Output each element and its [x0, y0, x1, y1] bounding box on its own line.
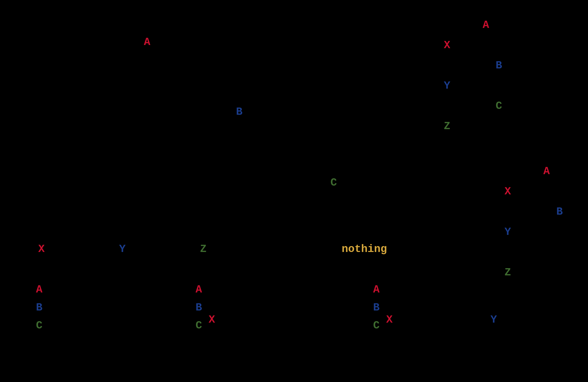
- tree-node-b: B: [236, 106, 243, 118]
- tree-leaf-x: X: [38, 243, 45, 255]
- cond-a-b: A: [543, 165, 550, 177]
- svg-line-1: [157, 55, 236, 109]
- legend2-b: B: [196, 301, 202, 314]
- cond-c: C: [496, 100, 502, 112]
- legend2-a: A: [196, 283, 202, 296]
- legend3-x: X: [386, 314, 393, 326]
- kw-else: else:: [420, 234, 453, 246]
- legend3-b: B: [373, 301, 380, 314]
- legend3-a: A: [373, 283, 380, 296]
- colon-3: :: [502, 100, 509, 112]
- act-z: Z: [444, 120, 450, 132]
- svg-line-0: [45, 55, 148, 237]
- svg-line-5: [342, 196, 371, 237]
- legend3-c: C: [373, 319, 380, 332]
- colon-2b: :: [563, 206, 569, 218]
- act-z-b: Z: [504, 266, 511, 278]
- legend1-b: B: [36, 301, 42, 314]
- svg-line-2: [126, 125, 238, 237]
- do-2b: do: [459, 226, 504, 238]
- tree-leaf-nothing: nothing: [342, 243, 387, 255]
- legend3-y: Y: [490, 314, 497, 326]
- tree-leaf-y: Y: [119, 243, 126, 255]
- svg-line-4: [207, 196, 333, 237]
- legend2-c: C: [196, 319, 202, 332]
- tree-leaf-z: Z: [200, 243, 207, 255]
- cond-a: A: [483, 19, 489, 31]
- legend2-x: X: [209, 314, 215, 326]
- legend3-and: and not: [432, 314, 490, 326]
- cond-b-b: B: [556, 206, 563, 218]
- colon-2: :: [502, 59, 509, 71]
- act-y-b: Y: [504, 226, 511, 238]
- svg-line-3: [247, 125, 330, 179]
- cond-b: B: [496, 59, 502, 71]
- do-3: do: [399, 120, 444, 132]
- colon-1b: :: [550, 165, 556, 177]
- legend1-c: C: [36, 319, 42, 332]
- diagram-root: A B C X Y Z nothing if condition A: do X…: [0, 0, 588, 382]
- colon-1: :: [489, 19, 496, 31]
- do-3b: do: [459, 266, 504, 278]
- tree-node-a: A: [144, 36, 150, 48]
- legend1-a: A: [36, 283, 42, 296]
- tree-node-c: C: [330, 177, 337, 189]
